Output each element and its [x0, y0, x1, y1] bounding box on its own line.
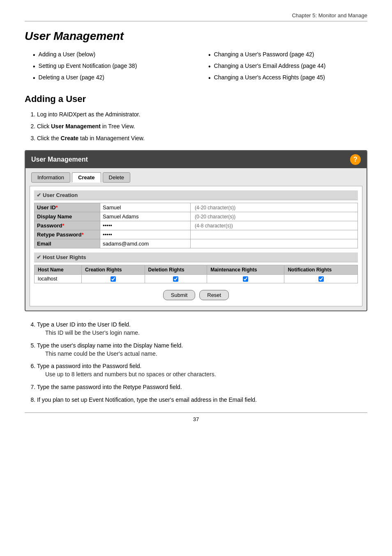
- toc-bullet-6: •: [208, 73, 211, 83]
- steps-after-list: Type a User ID into the User ID field. T…: [37, 320, 367, 404]
- um-body: ✔ User Creation User ID* (4-20 character…: [30, 186, 362, 306]
- toc-bullet-3: •: [33, 73, 35, 83]
- notification-rights-checkbox-container: [288, 276, 354, 282]
- table-row: localhost: [35, 275, 358, 283]
- um-panel: User Management ? Information Create Del…: [25, 150, 367, 311]
- displayname-input[interactable]: [103, 213, 188, 220]
- retype-password-label: Retype Password*: [35, 230, 100, 239]
- rights-col-creation: Creation Rights: [82, 265, 145, 275]
- step-6-sub: Use up to 8 letters and numbers but no s…: [45, 371, 367, 379]
- step-8-main: If you plan to set up Event Notification…: [37, 396, 257, 403]
- page-title: User Management: [25, 30, 367, 43]
- retype-password-hint: [191, 230, 358, 239]
- toc-bullet-5: •: [208, 62, 211, 72]
- form-row-password: Password* (4-8 character(s)): [35, 221, 358, 230]
- toc-item-6-text: Changing a User's Access Rights (page 45…: [214, 73, 325, 82]
- rights-col-deletion: Deletion Rights: [145, 265, 207, 275]
- user-form-table: User ID* (4-20 character(s)) Display Nam…: [34, 203, 358, 248]
- step-7-main: Type the same password into the Retype P…: [37, 384, 182, 390]
- toc-left-col: • Adding a User (below) • Setting up Eve…: [33, 49, 192, 84]
- userid-input[interactable]: [103, 204, 188, 211]
- toc-item-1-text: Adding a User (below): [39, 50, 96, 59]
- intro-steps-list: Log into RAIDXpert as the Administrator.…: [37, 110, 367, 143]
- step-4-main: Type a User ID into the User ID field.: [37, 321, 131, 328]
- password-required: *: [62, 222, 64, 229]
- creation-rights-checkbox-container: [85, 276, 141, 282]
- maintenance-rights-checkbox[interactable]: [243, 276, 248, 282]
- rights-col-notification: Notification Rights: [284, 265, 358, 275]
- step-5-main: Type the user's display name into the Di…: [37, 342, 183, 349]
- userid-required: *: [56, 204, 58, 211]
- form-row-retype-password: Retype Password*: [35, 230, 358, 239]
- rights-table-header-row: Host Name Creation Rights Deletion Right…: [35, 265, 358, 275]
- toc-item-2-text: Setting up Event Notification (page 38): [39, 62, 137, 70]
- host-rights-check-icon: ✔: [37, 254, 41, 260]
- um-tabs: Information Create Delete: [25, 168, 367, 183]
- step-6-main: Type a password into the Password field.: [37, 363, 141, 369]
- step-8: If you plan to set up Event Notification…: [37, 396, 367, 404]
- page-number: 37: [193, 416, 199, 422]
- page: Chapter 5: Monitor and Manage User Manag…: [0, 0, 392, 556]
- userid-value-cell: [100, 203, 191, 212]
- toc-item-2: • Setting up Event Notification (page 38…: [33, 61, 192, 72]
- userid-label: User ID*: [35, 203, 100, 212]
- password-hint: (4-8 character(s)): [191, 221, 358, 230]
- userid-hint: (4-20 character(s)): [191, 203, 358, 212]
- displayname-hint: (0-20 character(s)): [191, 212, 358, 221]
- section-adding-title: Adding a User: [25, 94, 367, 104]
- um-panel-header: User Management ?: [25, 151, 367, 168]
- check-icon: ✔: [37, 192, 41, 198]
- notification-rights-cell: [284, 275, 358, 283]
- host-name-cell: localhost: [35, 275, 82, 283]
- email-hint: [191, 239, 358, 248]
- user-creation-label: User Creation: [43, 192, 78, 198]
- step-4-sub: This ID will be the User's login name.: [45, 329, 367, 337]
- intro-step-2: Click User Management in Tree View.: [37, 122, 367, 131]
- retype-password-value-cell: [100, 230, 191, 239]
- chapter-header-text: Chapter 5: Monitor and Manage: [292, 12, 367, 19]
- maintenance-rights-cell: [207, 275, 284, 283]
- displayname-value-cell: [100, 212, 191, 221]
- retype-required: *: [81, 232, 83, 238]
- email-value-cell: [100, 239, 191, 248]
- toc-bullet-1: •: [33, 50, 35, 60]
- creation-rights-checkbox[interactable]: [111, 276, 116, 282]
- rights-col-maintenance: Maintenance Rights: [207, 265, 284, 275]
- step-7: Type the same password into the Retype P…: [37, 383, 367, 392]
- tab-delete[interactable]: Delete: [103, 172, 131, 183]
- notification-rights-checkbox[interactable]: [318, 276, 324, 282]
- tab-create[interactable]: Create: [72, 172, 101, 183]
- page-footer: 37: [25, 412, 367, 422]
- chapter-header: Chapter 5: Monitor and Manage: [25, 12, 367, 21]
- email-label: Email: [35, 239, 100, 248]
- reset-button[interactable]: Reset: [199, 290, 229, 300]
- host-rights-section-header: ✔ Host User Rights: [34, 253, 358, 262]
- displayname-label: Display Name: [35, 212, 100, 221]
- form-row-email: Email: [35, 239, 358, 248]
- email-input[interactable]: [103, 241, 188, 247]
- toc-item-4-text: Changing a User's Password (page 42): [214, 50, 314, 59]
- password-input[interactable]: [103, 222, 188, 229]
- toc-grid: • Adding a User (below) • Setting up Eve…: [33, 49, 367, 84]
- maintenance-rights-checkbox-container: [210, 276, 281, 282]
- tab-information[interactable]: Information: [31, 172, 70, 183]
- user-management-bold: User Management: [51, 123, 101, 130]
- rights-table: Host Name Creation Rights Deletion Right…: [34, 265, 358, 283]
- deletion-rights-checkbox[interactable]: [173, 276, 178, 282]
- toc-item-5: • Changing a User's Email Address (page …: [208, 61, 367, 72]
- toc-item-3-text: Deleting a User (page 42): [39, 73, 104, 82]
- um-panel-title: User Management: [31, 156, 88, 163]
- toc-bullet-4: •: [208, 50, 211, 60]
- submit-button[interactable]: Submit: [163, 290, 195, 300]
- intro-step-1: Log into RAIDXpert as the Administrator.: [37, 110, 367, 119]
- toc-item-3: • Deleting a User (page 42): [33, 72, 192, 84]
- retype-password-input[interactable]: [103, 232, 188, 238]
- help-button[interactable]: ?: [350, 154, 361, 165]
- deletion-rights-checkbox-container: [148, 276, 204, 282]
- toc-item-6: • Changing a User's Access Rights (page …: [208, 72, 367, 84]
- step-5: Type the user's display name into the Di…: [37, 341, 367, 358]
- rights-col-hostname: Host Name: [35, 265, 82, 275]
- toc-right-col: • Changing a User's Password (page 42) •…: [208, 49, 367, 84]
- creation-rights-cell: [82, 275, 145, 283]
- host-rights-label: Host User Rights: [43, 254, 86, 260]
